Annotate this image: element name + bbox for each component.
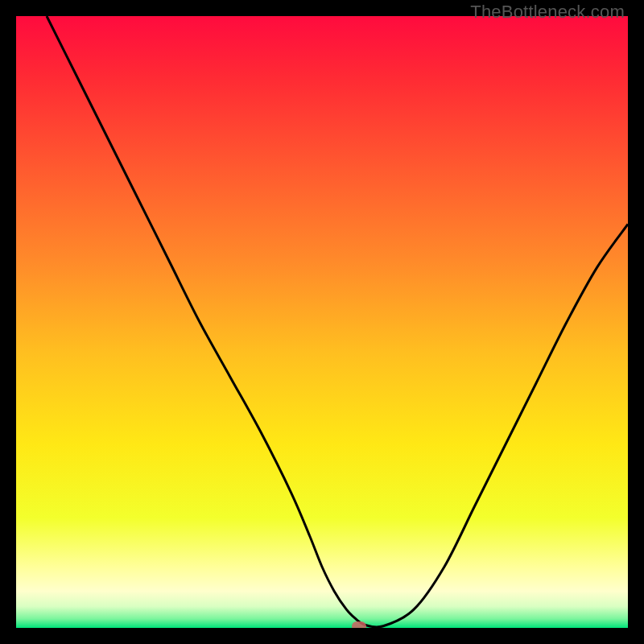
bottleneck-curve — [47, 16, 628, 627]
curve-layer — [16, 16, 628, 628]
plot-area — [16, 16, 628, 628]
chart-frame: TheBottleneck.com — [0, 0, 644, 644]
watermark-text: TheBottleneck.com — [470, 2, 625, 23]
min-marker — [352, 621, 366, 628]
